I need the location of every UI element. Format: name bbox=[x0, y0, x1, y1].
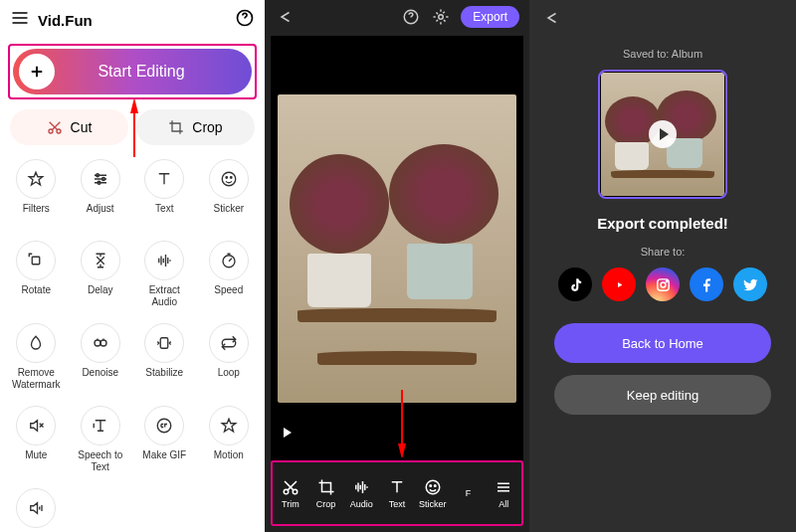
export-button[interactable]: Export bbox=[461, 6, 519, 28]
tool-extract[interactable]: Extract Audio bbox=[132, 235, 197, 315]
toolbar-all[interactable]: All bbox=[486, 462, 521, 524]
tool-label: Make GIF bbox=[142, 449, 186, 471]
toolbar-label: All bbox=[498, 499, 508, 509]
mute-icon bbox=[16, 406, 56, 445]
crop-button[interactable]: Crop bbox=[136, 109, 255, 145]
rotate-icon bbox=[16, 241, 56, 280]
tool-label: Remove Watermark bbox=[12, 367, 61, 390]
tool-rmwm[interactable]: Remove Watermark bbox=[4, 317, 69, 398]
tool-stabilize[interactable]: Stabilize bbox=[132, 317, 197, 398]
tool-label: Adjust bbox=[87, 203, 114, 225]
toolbar-trim[interactable]: Trim bbox=[273, 462, 308, 524]
editor-toolbar-highlight: TrimCropAudioTextStickerFAll bbox=[271, 460, 523, 526]
tool-sticker[interactable]: Sticker bbox=[197, 153, 262, 233]
back-to-home-button[interactable]: Back to Home bbox=[554, 323, 771, 363]
delay-icon bbox=[81, 241, 120, 280]
tool-label: Extract Audio bbox=[149, 284, 180, 307]
tool-rotate[interactable]: Rotate bbox=[4, 235, 69, 315]
tool-denoise[interactable]: Denoise bbox=[69, 317, 133, 398]
share-tiktok[interactable] bbox=[558, 267, 592, 301]
start-editing-button[interactable]: Start Editing bbox=[13, 49, 252, 94]
toolbar-crop[interactable]: Crop bbox=[308, 462, 344, 524]
tool-boost[interactable]: Boost Volume bbox=[4, 482, 69, 532]
back-icon[interactable] bbox=[541, 8, 561, 28]
cut-button[interactable]: Cut bbox=[10, 109, 128, 145]
export-thumbnail[interactable] bbox=[598, 70, 727, 199]
stabilize-icon bbox=[144, 323, 184, 363]
settings-icon[interactable] bbox=[431, 7, 451, 27]
tool-label: Mute bbox=[25, 449, 47, 471]
tool-filters[interactable]: Filters bbox=[4, 153, 69, 233]
share-to-label: Share to: bbox=[641, 246, 686, 258]
plus-icon bbox=[19, 54, 55, 89]
tool-label: Speech to Text bbox=[78, 449, 122, 472]
tool-speed[interactable]: Speed bbox=[197, 235, 262, 315]
toolbar-label: Text bbox=[389, 499, 406, 509]
help-icon[interactable] bbox=[235, 8, 255, 32]
svg-point-12 bbox=[95, 340, 100, 346]
tool-loop[interactable]: Loop bbox=[197, 317, 262, 398]
adjust-icon bbox=[81, 159, 120, 199]
gif-icon bbox=[144, 406, 184, 445]
svg-point-19 bbox=[284, 489, 289, 494]
back-icon[interactable] bbox=[275, 7, 295, 27]
speed-icon bbox=[209, 241, 249, 280]
share-instagram[interactable] bbox=[646, 267, 680, 301]
svg-point-26 bbox=[666, 280, 667, 281]
toolbar-audio[interactable]: Audio bbox=[343, 462, 379, 524]
tool-label: Rotate bbox=[22, 284, 51, 306]
toolbar-sticker[interactable]: Sticker bbox=[415, 462, 451, 524]
tool-text[interactable]: Text bbox=[132, 153, 197, 233]
start-editing-highlight: Start Editing bbox=[8, 44, 257, 99]
play-icon bbox=[649, 120, 677, 148]
svg-point-2 bbox=[49, 129, 53, 133]
denoise-icon bbox=[81, 323, 120, 363]
svg-rect-14 bbox=[161, 338, 169, 349]
play-icon[interactable] bbox=[275, 421, 298, 444]
export-completed-label: Export completed! bbox=[597, 215, 728, 232]
toolbar-text[interactable]: Text bbox=[379, 462, 415, 524]
share-twitter[interactable] bbox=[733, 267, 767, 301]
svg-point-15 bbox=[158, 419, 172, 433]
tool-mute[interactable]: Mute bbox=[4, 400, 69, 480]
saved-to-label: Saved to: Album bbox=[623, 48, 702, 60]
tool-delay[interactable]: Delay bbox=[69, 235, 133, 315]
tool-stt[interactable]: Speech to Text bbox=[69, 400, 133, 480]
svg-point-20 bbox=[293, 489, 298, 494]
crop-label: Crop bbox=[192, 119, 222, 135]
svg-point-7 bbox=[222, 172, 236, 186]
share-youtube[interactable] bbox=[602, 267, 636, 301]
tool-label: Motion bbox=[214, 449, 244, 471]
toolbar-f[interactable]: F bbox=[451, 462, 487, 524]
svg-point-17 bbox=[439, 15, 444, 20]
toolbar-label: Sticker bbox=[419, 499, 447, 509]
svg-point-8 bbox=[226, 177, 228, 179]
start-editing-label: Start Editing bbox=[55, 63, 252, 81]
tool-label: Loop bbox=[218, 367, 240, 389]
extract-icon bbox=[144, 241, 184, 280]
share-facebook[interactable] bbox=[690, 267, 723, 301]
svg-point-9 bbox=[230, 177, 232, 179]
svg-point-13 bbox=[100, 340, 106, 346]
tool-label: Speed bbox=[214, 284, 243, 306]
svg-point-23 bbox=[434, 484, 436, 486]
tool-gif[interactable]: Make GIF bbox=[132, 400, 197, 480]
video-preview[interactable] bbox=[271, 36, 523, 460]
menu-icon[interactable] bbox=[10, 8, 30, 32]
svg-point-3 bbox=[57, 129, 61, 133]
toolbar-label: Crop bbox=[316, 499, 336, 509]
keep-editing-button[interactable]: Keep editing bbox=[554, 375, 771, 415]
tool-label: Sticker bbox=[213, 203, 244, 225]
sticker-icon bbox=[209, 159, 249, 199]
toolbar-label: Trim bbox=[282, 499, 299, 509]
text-icon bbox=[144, 159, 184, 199]
app-title: Vid.Fun bbox=[38, 12, 227, 29]
help-icon[interactable] bbox=[401, 7, 421, 27]
tool-adjust[interactable]: Adjust bbox=[69, 153, 133, 233]
svg-point-22 bbox=[430, 484, 432, 486]
tool-label: Denoise bbox=[82, 367, 118, 389]
toolbar-label: F bbox=[466, 488, 472, 498]
tool-motion[interactable]: Motion bbox=[197, 400, 262, 480]
svg-rect-10 bbox=[33, 257, 41, 265]
tool-label: Text bbox=[155, 203, 173, 225]
